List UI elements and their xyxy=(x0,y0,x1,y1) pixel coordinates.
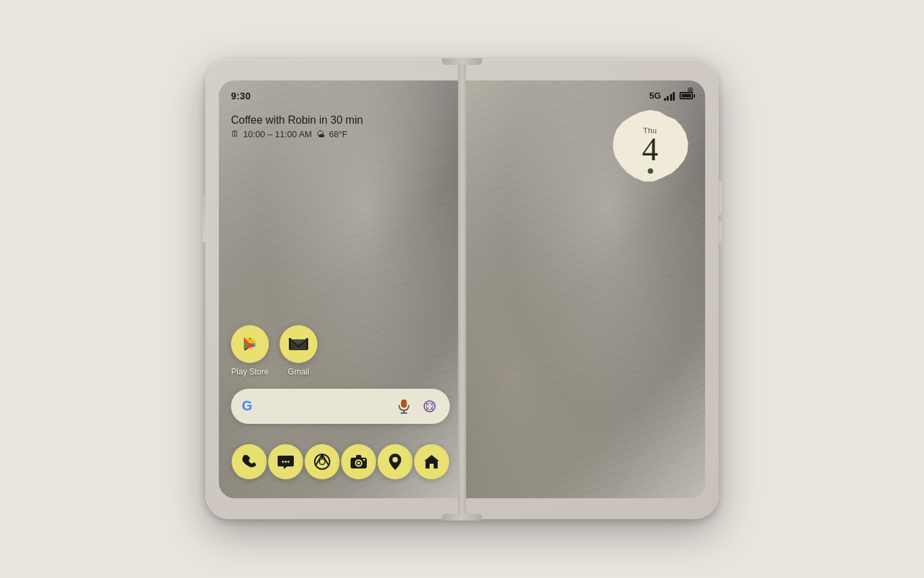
phone-icon xyxy=(240,453,258,471)
dock-phone[interactable] xyxy=(232,444,267,479)
google-search-bar[interactable]: G xyxy=(231,389,450,424)
signal-bar-3 xyxy=(670,94,672,101)
signal-bar-1 xyxy=(664,98,666,101)
app-icon-gmail[interactable]: Gmail xyxy=(280,325,317,377)
screen-left-panel: 9:30 Coffee with Robin in 30 min 🗓 10:00… xyxy=(219,80,462,498)
status-bar: 9:30 xyxy=(219,80,462,105)
signal-bars xyxy=(664,91,675,101)
app-icons-row: Play Store xyxy=(231,325,317,377)
app-dock xyxy=(231,444,450,479)
battery-fill xyxy=(682,94,691,97)
screen-right-panel: 5G xyxy=(462,80,705,498)
chrome-icon xyxy=(313,452,332,471)
calendar-event-widget[interactable]: Coffee with Robin in 30 min 🗓 10:00 – 11… xyxy=(231,114,363,139)
calendar-widget[interactable]: Thu 4 xyxy=(611,109,689,187)
network-type: 5G xyxy=(649,91,661,101)
svg-point-30 xyxy=(363,458,365,460)
home-icon xyxy=(423,453,440,471)
maps-icon xyxy=(387,452,403,471)
gmail-label: Gmail xyxy=(288,367,309,377)
right-screen-content: 5G xyxy=(462,80,705,498)
play-store-label: Play Store xyxy=(231,367,268,377)
weather-icon: 🌤 xyxy=(316,129,325,139)
svg-point-16 xyxy=(285,460,287,462)
status-time: 9:30 xyxy=(231,91,251,101)
hinge-top xyxy=(442,58,482,65)
svg-point-29 xyxy=(357,462,360,464)
event-time: 10:00 – 11:00 AM xyxy=(243,129,312,139)
play-store-circle[interactable] xyxy=(231,325,269,363)
phone-device: 9:30 Coffee with Robin in 30 min 🗓 10:00… xyxy=(205,59,719,519)
search-lens-button[interactable] xyxy=(420,397,439,416)
status-icons: 5G xyxy=(649,91,693,101)
left-screen-content: 9:30 Coffee with Robin in 30 min 🗓 10:00… xyxy=(219,80,462,498)
dock-camera[interactable] xyxy=(341,444,376,479)
lens-icon xyxy=(423,400,436,413)
camera-icon xyxy=(350,454,367,469)
svg-point-17 xyxy=(288,460,290,462)
gmail-icon xyxy=(288,336,309,352)
gmail-circle[interactable] xyxy=(280,325,317,363)
dock-messages[interactable] xyxy=(268,444,303,479)
front-camera xyxy=(688,87,693,93)
event-weather: 68°F xyxy=(329,129,348,139)
battery-icon xyxy=(679,92,693,99)
app-icon-play-store[interactable]: Play Store xyxy=(231,325,269,377)
dock-home[interactable] xyxy=(414,444,449,479)
calendar-dot xyxy=(648,168,653,174)
volume-button-left[interactable] xyxy=(203,195,205,242)
google-g-logo: G xyxy=(242,398,253,414)
event-title: Coffee with Robin in 30 min xyxy=(231,114,363,126)
power-button[interactable] xyxy=(719,181,721,215)
dock-chrome[interactable] xyxy=(305,444,340,479)
event-details: 🗓 10:00 – 11:00 AM 🌤 68°F xyxy=(231,129,363,139)
status-bar-right: 5G xyxy=(462,80,705,105)
svg-rect-10 xyxy=(401,400,407,408)
play-store-icon xyxy=(240,335,259,354)
hinge-bottom xyxy=(442,514,482,521)
svg-rect-27 xyxy=(356,455,361,458)
foldable-screen: 9:30 Coffee with Robin in 30 min 🗓 10:00… xyxy=(219,80,705,498)
svg-point-31 xyxy=(392,457,398,462)
svg-point-20 xyxy=(320,459,325,464)
volume-button[interactable] xyxy=(719,222,721,242)
dock-maps[interactable] xyxy=(378,444,413,479)
calendar-icon: 🗓 xyxy=(231,129,239,139)
microphone-icon xyxy=(398,399,410,414)
messages-icon xyxy=(277,453,294,471)
search-mic-button[interactable] xyxy=(394,397,413,416)
svg-point-15 xyxy=(282,460,284,462)
signal-bar-2 xyxy=(667,96,669,101)
calendar-date: 4 xyxy=(642,133,659,166)
signal-bar-4 xyxy=(673,92,675,101)
